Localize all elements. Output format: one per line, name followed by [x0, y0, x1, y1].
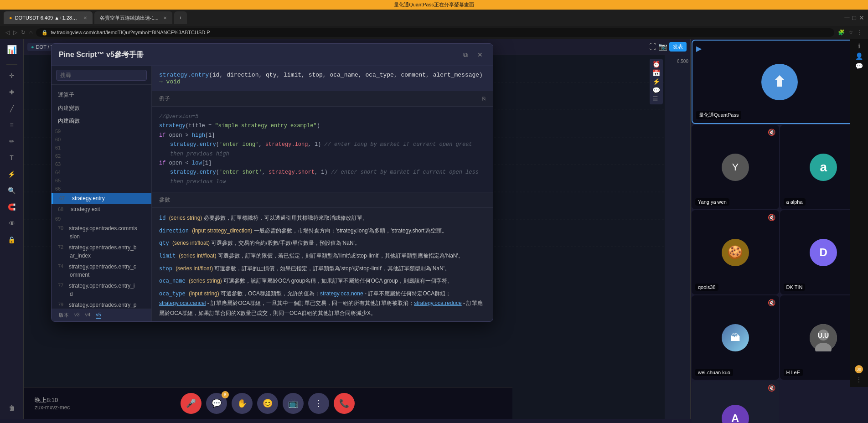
tv-eye-tool[interactable]: 👁: [5, 216, 19, 231]
pine-nav-opentrades-entry-bar[interactable]: 72 strategy.opentrades.entry_b ar_index: [52, 242, 151, 261]
tab-1[interactable]: ● DOTUSDT 6.409 ▲+1.28% 🅱 ✕: [4, 11, 93, 24]
svg-text:U.U: U.U: [818, 332, 829, 339]
list-item[interactable]: 65: [52, 176, 151, 185]
pine-modal-controls: ⧉ ✕: [460, 49, 486, 60]
list-item[interactable]: 59: [52, 127, 151, 135]
pine-nav-opentrades-entry-id[interactable]: 77 strategy.opentrades.entry_i d: [52, 280, 151, 299]
calendar-icon[interactable]: 📅: [652, 69, 660, 77]
list-item[interactable]: 62: [52, 152, 151, 160]
chat-icon[interactable]: 💬: [652, 87, 660, 94]
version-v3[interactable]: v3: [74, 312, 80, 319]
code-line-6: strategy.entry('enter short', strategy.s…: [159, 168, 486, 186]
param-id: id (series string) 必要參數，訂單標識符，可以透過引用其標識符…: [159, 213, 486, 223]
pine-external-link-btn[interactable]: ⧉: [460, 49, 471, 60]
video-tile-quantpass: 量化通QuantPass 38 ▶: [692, 40, 867, 124]
video-call-panel: 量化通QuantPass 38 ▶ Y Yang ya wen 🔇 a a al…: [690, 39, 868, 419]
mute-button-wrap: 🎤: [181, 393, 202, 414]
pine-search-container[interactable]: [52, 66, 151, 85]
strategy-exit-label: strategy exit: [71, 206, 100, 212]
oca-none-link[interactable]: strategy.oca.none: [320, 290, 363, 297]
list-item[interactable]: 66: [52, 185, 151, 193]
end-call-btn[interactable]: 📞: [334, 393, 355, 414]
menu-lines-icon[interactable]: ☰: [652, 95, 660, 103]
tv-logo[interactable]: 📊: [5, 42, 19, 57]
tv-fib-tool[interactable]: ≡: [5, 118, 19, 132]
home-btn[interactable]: ⌂: [29, 29, 32, 36]
tv-snapshot-icon[interactable]: 📷: [658, 42, 667, 51]
list-item[interactable]: 63: [52, 160, 151, 168]
close-btn[interactable]: ✕: [859, 14, 864, 21]
url-bar[interactable]: 🔒 tw.tradingview.com/chart/lemdTIQu/?sym…: [36, 28, 834, 37]
version-v5[interactable]: v5: [96, 312, 101, 319]
tv-zoom-tool[interactable]: 🔍: [5, 183, 19, 198]
people-icon[interactable]: 👤: [855, 52, 863, 60]
tv-publish-btn[interactable]: 发表: [669, 42, 687, 52]
tv-lock-tool[interactable]: 🔒: [5, 232, 19, 247]
info-icon[interactable]: ℹ: [858, 42, 860, 50]
bolt-icon[interactable]: ⚡: [652, 78, 660, 85]
forward-btn[interactable]: ▷: [13, 29, 17, 36]
oca-reduce-link[interactable]: strategy.oca.reduce: [414, 300, 462, 306]
hand-raise-btn[interactable]: ✋: [232, 393, 253, 414]
more-panel-icon[interactable]: ⋮: [856, 376, 862, 383]
minimize-btn[interactable]: ─: [844, 14, 849, 22]
reload-btn[interactable]: ↻: [21, 29, 26, 36]
emoji-btn[interactable]: 😊: [257, 393, 278, 414]
hlee-name: H LeE: [784, 369, 803, 376]
back-btn[interactable]: ◁: [5, 29, 10, 36]
code-line-5: if open < low[1]: [159, 159, 486, 168]
pine-nav-opentrades-commission[interactable]: 70 strategy.opentrades.commis sion: [52, 223, 151, 242]
pine-section-operators[interactable]: 運算子: [52, 88, 151, 102]
pine-modal-header: Pine Script™ v5參考手冊 ⧉ ✕: [52, 44, 493, 66]
call-time: 晚上8:10: [35, 396, 70, 404]
pine-nav-strategy-exit[interactable]: 68 strategy exit: [52, 204, 151, 215]
bookmark-btn[interactable]: ☆: [848, 29, 853, 36]
tv-trash-tool[interactable]: 🗑: [5, 401, 19, 415]
list-item[interactable]: 61: [52, 144, 151, 152]
tv-trendline-tool[interactable]: ╱: [5, 101, 19, 116]
new-tab-btn[interactable]: +: [174, 11, 187, 24]
tab-1-label: DOTUSDT 6.409 ▲+1.28% 🅱: [15, 15, 79, 21]
pine-section-builtins[interactable]: 內建變數: [52, 102, 151, 115]
pine-search-input[interactable]: [56, 70, 147, 81]
chat-panel-icon[interactable]: 💬: [855, 62, 863, 70]
pine-nav-opentrades-entry-comment[interactable]: 74 strategy.opentrades.entry_c omment: [52, 261, 151, 280]
version-v4[interactable]: v4: [85, 312, 91, 319]
tv-magnet-tool[interactable]: 🧲: [5, 200, 19, 214]
maximize-btn[interactable]: □: [852, 14, 856, 21]
tab-2-close[interactable]: ✕: [163, 15, 167, 21]
present-btn[interactable]: 📺: [283, 393, 304, 414]
video-tile-more: A 還有另外 29 位使用者 🔇: [692, 381, 779, 423]
copy-icon[interactable]: ⎘: [482, 96, 486, 102]
quantpass-name: 量化通QuantPass: [696, 111, 741, 119]
signature-params: (id, direction, qty, limit, stop, oca_na…: [209, 72, 483, 78]
address-bar[interactable]: ◁ ▷ ↻ ⌂ 🔒 tw.tradingview.com/chart/lemdT…: [0, 26, 868, 39]
tv-crosshair-tool[interactable]: ✚: [5, 85, 19, 99]
pine-nav-strategy-entry[interactable]: 67 strategy.entry: [52, 193, 151, 204]
list-item[interactable]: 69: [52, 215, 151, 223]
more-btn[interactable]: ⋮: [857, 29, 863, 36]
list-item[interactable]: 60: [52, 135, 151, 144]
pine-modal: Pine Script™ v5參考手冊 ⧉ ✕ 運算子 內建變數 內建函數: [51, 43, 493, 322]
oca-cancel-link[interactable]: strategy.oca.cancel: [159, 300, 206, 306]
mute-btn[interactable]: 🎤: [181, 393, 202, 414]
tv-fullscreen-icon[interactable]: ⛶: [649, 43, 656, 51]
pine-section-functions[interactable]: 內建函數: [52, 115, 151, 127]
pine-nav-opentrades-entry-price[interactable]: 79 strategy.opentrades.entry_p rice: [52, 299, 151, 309]
tv-pencil-tool[interactable]: ✏: [5, 134, 19, 149]
alarm-icon[interactable]: ⏰: [652, 61, 660, 68]
tab-2[interactable]: 各賣空单五连续抛出选-1... ✕: [94, 11, 172, 24]
signature-fn-name: strategy.entry: [159, 72, 209, 78]
new-tab-icon: +: [179, 15, 181, 21]
pine-close-btn[interactable]: ✕: [475, 49, 486, 60]
code-line-2: strategy(title = "simple strategy entry …: [159, 121, 486, 130]
tab-bar[interactable]: ● DOTUSDT 6.409 ▲+1.28% 🅱 ✕ 各賣空单五连续抛出选-1…: [0, 10, 868, 26]
extensions-btn[interactable]: 🧩: [838, 29, 845, 36]
param-oca-name: oca_name (series string) 可選參數，該訂單屬於OCA g…: [159, 276, 486, 286]
more-options-btn[interactable]: ⋮: [308, 393, 329, 414]
tv-text-tool[interactable]: T: [5, 150, 19, 165]
tv-cursor-tool[interactable]: ✛: [5, 68, 19, 83]
tv-measure-tool[interactable]: ⚡: [5, 167, 19, 181]
tab-1-close[interactable]: ✕: [83, 15, 87, 21]
list-item[interactable]: 64: [52, 168, 151, 176]
